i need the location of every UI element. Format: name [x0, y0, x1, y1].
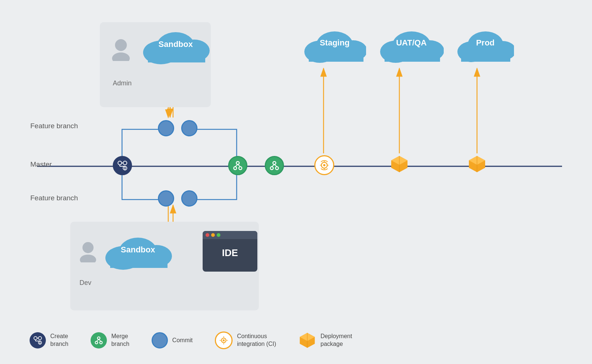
ide-window: IDE: [203, 231, 257, 272]
svg-line-77: [97, 339, 99, 341]
legend-commit-text: Commit: [172, 337, 193, 344]
merge-branch-node-2: [265, 156, 284, 175]
legend-create-branch-text: Createbranch: [50, 333, 68, 348]
uat-label: UAT/QA: [379, 38, 444, 48]
merge-branch-node-1: [228, 156, 247, 175]
svg-rect-60: [461, 51, 510, 62]
legend-commit: Commit: [152, 332, 193, 348]
svg-point-40: [323, 164, 325, 166]
prod-label: Prod: [457, 38, 514, 48]
svg-point-29: [234, 167, 237, 170]
sandbox-dev-cloud: Sandbox: [103, 228, 173, 272]
dev-avatar: [77, 240, 99, 262]
legend: Createbranch Mergebranch Commit: [30, 331, 352, 349]
master-label: Master: [30, 160, 52, 169]
legend-ci: Continuousintegration (CI): [215, 331, 276, 349]
svg-point-35: [275, 167, 278, 170]
sandbox-admin-cloud: Sandbox: [141, 23, 211, 67]
svg-point-80: [223, 339, 224, 341]
create-branch-node: [113, 156, 132, 175]
legend-deploy-text: Deploymentpackage: [321, 333, 352, 348]
svg-point-31: [236, 161, 239, 164]
feature-branch-bottom-label: Feature branch: [30, 194, 78, 202]
svg-point-16: [115, 39, 127, 51]
svg-point-61: [82, 242, 94, 253]
staging-cloud: Staging: [303, 24, 366, 66]
svg-line-38: [274, 164, 277, 167]
deploy-package-2: [467, 154, 487, 174]
uat-cloud: UAT/QA: [379, 24, 444, 66]
svg-point-69: [38, 337, 42, 340]
legend-merge-branch-text: Mergebranch: [111, 333, 129, 348]
prod-cloud: Prod: [457, 24, 514, 66]
svg-point-36: [273, 161, 276, 164]
legend-create-branch: Createbranch: [30, 332, 68, 348]
sandbox-dev-label: Sandbox: [103, 245, 173, 255]
svg-point-76: [97, 337, 100, 339]
svg-point-75: [100, 341, 102, 344]
dev-label: Dev: [80, 279, 91, 287]
svg-point-34: [270, 167, 273, 170]
svg-point-74: [95, 341, 98, 344]
svg-point-17: [112, 52, 130, 61]
svg-rect-66: [110, 256, 168, 268]
diagram-container: Admin Sandbox Feature branch Master Feat…: [0, 0, 592, 364]
svg-rect-21: [148, 51, 205, 62]
sandbox-admin-label: Sandbox: [141, 40, 211, 49]
deploy-package-1: [390, 154, 409, 174]
ide-label: IDE: [203, 239, 257, 259]
svg-point-30: [239, 167, 242, 170]
admin-label: Admin: [113, 79, 132, 87]
feature-branch-top-label: Feature branch: [30, 122, 78, 130]
commit-bottom-1: [158, 190, 174, 207]
admin-avatar: [109, 37, 133, 61]
legend-deploy: Deploymentpackage: [298, 331, 352, 349]
legend-ci-text: Continuousintegration (CI): [237, 333, 276, 348]
svg-line-32: [235, 164, 238, 167]
svg-point-62: [80, 255, 96, 262]
commit-top-2: [181, 120, 197, 136]
ci-node: [314, 155, 334, 175]
svg-line-37: [272, 164, 274, 167]
svg-point-67: [34, 337, 37, 340]
legend-merge-branch: Mergebranch: [91, 332, 129, 348]
svg-rect-56: [385, 51, 440, 62]
svg-line-78: [99, 339, 101, 341]
staging-label: Staging: [303, 38, 366, 48]
svg-point-22: [118, 161, 122, 165]
svg-rect-52: [309, 51, 363, 62]
commit-bottom-2: [181, 190, 197, 207]
svg-line-33: [238, 164, 240, 167]
commit-top-1: [158, 120, 174, 136]
svg-point-24: [123, 161, 127, 165]
